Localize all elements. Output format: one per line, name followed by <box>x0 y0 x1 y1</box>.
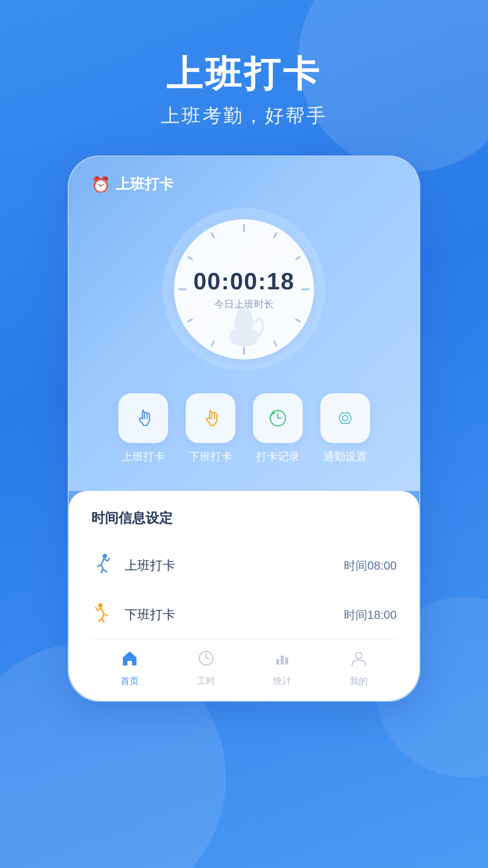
work-in-time: 时间08:00 <box>344 558 397 574</box>
user-icon <box>350 649 368 667</box>
record-clock-icon <box>266 406 290 430</box>
gear-icon <box>333 406 357 430</box>
phone-top-area: ⏰ 上班打卡 <box>69 156 419 491</box>
settings-button[interactable]: 通勤设置 <box>320 393 370 464</box>
svg-rect-9 <box>178 288 187 290</box>
home-icon <box>121 649 139 671</box>
record-icon-circle <box>253 393 303 443</box>
svg-rect-2 <box>295 256 301 260</box>
clock-face: 00:00:18 今日上班时长 <box>174 219 314 359</box>
chart-nav-icon <box>273 649 291 671</box>
checkin-label: 上班打卡 <box>122 449 165 464</box>
checkout-icon-circle <box>186 393 235 443</box>
work-in-icon <box>91 552 114 579</box>
nav-workhours[interactable]: 工时 <box>168 649 244 687</box>
svg-rect-8 <box>187 318 193 323</box>
nav-stats-label: 统计 <box>273 675 291 687</box>
phone-app-titlebar: ⏰ 上班打卡 <box>91 175 397 194</box>
nav-stats[interactable]: 统计 <box>244 649 320 687</box>
checkin-icon-circle <box>118 393 168 443</box>
svg-rect-7 <box>211 340 215 346</box>
svg-rect-11 <box>211 232 215 238</box>
checkout-label: 下班打卡 <box>189 449 232 464</box>
record-button[interactable]: 打卡记录 <box>253 393 303 464</box>
clock-icon <box>197 649 215 667</box>
nav-home-label: 首页 <box>121 675 139 687</box>
nav-workhours-label: 工时 <box>197 675 215 687</box>
clock-label: 今日上班时长 <box>214 297 274 311</box>
clock-container: 00:00:18 今日上班时长 <box>91 208 397 371</box>
action-buttons-row: 上班打卡 下班打卡 <box>91 384 397 464</box>
svg-rect-23 <box>281 656 284 665</box>
nav-profile-label: 我的 <box>350 675 368 687</box>
clock-outer-ring: 00:00:18 今日上班时长 <box>163 208 325 371</box>
svg-rect-10 <box>187 256 193 260</box>
record-label: 打卡记录 <box>256 449 300 464</box>
svg-rect-5 <box>273 340 277 346</box>
phone-bottom-area: 时间信息设定 上班打卡 时间08:00 <box>69 491 419 701</box>
bottom-nav: 首页 工时 统计 <box>91 640 397 692</box>
svg-point-20 <box>98 603 103 608</box>
running-person-orange-icon <box>91 601 114 624</box>
work-in-row[interactable]: 上班打卡 时间08:00 <box>91 541 397 590</box>
bar-chart-icon <box>273 649 291 667</box>
alarm-icon: ⏰ <box>91 175 110 193</box>
work-out-time: 时间18:00 <box>344 607 397 623</box>
phone-app-title-text: 上班打卡 <box>116 175 174 194</box>
svg-rect-22 <box>276 659 279 665</box>
section-title: 时间信息设定 <box>91 509 397 528</box>
settings-label: 通勤设置 <box>324 449 367 464</box>
svg-rect-4 <box>295 318 301 323</box>
work-out-row[interactable]: 下班打卡 时间18:00 <box>91 590 397 640</box>
svg-rect-1 <box>273 232 277 238</box>
work-in-label: 上班打卡 <box>125 557 344 574</box>
svg-rect-24 <box>285 657 288 665</box>
app-subtitle: 上班考勤，好帮手 <box>0 103 488 128</box>
app-title: 上班打卡 <box>0 54 488 94</box>
nav-home[interactable]: 首页 <box>91 649 168 687</box>
header: 上班打卡 上班考勤，好帮手 <box>0 0 488 156</box>
user-nav-icon <box>350 649 368 671</box>
svg-point-19 <box>103 554 107 558</box>
clock-time-display: 00:00:18 <box>193 268 295 295</box>
settings-icon-circle <box>320 393 370 443</box>
work-out-label: 下班打卡 <box>125 606 344 623</box>
svg-point-25 <box>356 652 362 659</box>
clock-nav-icon <box>197 649 215 671</box>
phone-mockup: ⏰ 上班打卡 <box>68 156 420 702</box>
work-out-icon <box>91 601 114 628</box>
nav-profile[interactable]: 我的 <box>320 649 397 687</box>
home-nav-icon <box>121 649 139 667</box>
svg-rect-3 <box>301 288 310 290</box>
running-person-blue-icon <box>91 552 114 575</box>
checkout-button[interactable]: 下班打卡 <box>186 393 235 464</box>
svg-rect-0 <box>243 224 245 232</box>
hand-point-orange-icon <box>199 406 222 430</box>
checkin-button[interactable]: 上班打卡 <box>118 393 168 464</box>
hand-point-icon <box>131 406 155 430</box>
